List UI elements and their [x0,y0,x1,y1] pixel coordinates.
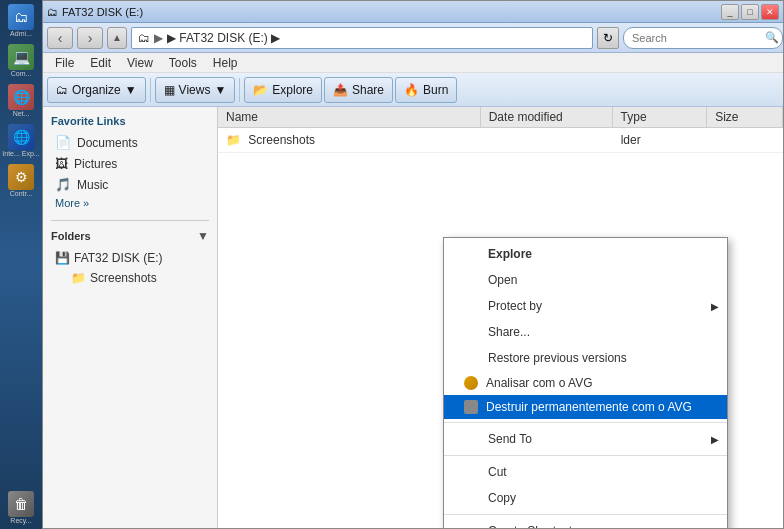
menu-tools[interactable]: Tools [161,54,205,72]
title-bar-controls: _ □ ✕ [721,4,779,20]
fav-item-pictures[interactable]: 🖼 Pictures [51,154,209,173]
col-header-type[interactable]: Type [613,107,708,127]
drive-icon: 💾 [55,251,70,265]
tree-item-screenshots[interactable]: 📁 Screenshots [67,269,209,287]
toolbar-sep-2 [239,78,240,102]
file-list-header: Name Date modified Type Size [218,107,783,128]
file-row[interactable]: 📁 Screenshots lder [218,128,783,153]
more-label: More » [55,197,89,209]
ctx-item-analisar[interactable]: Analisar com o AVG [444,371,727,395]
ctx-item-cut[interactable]: Cut [444,459,727,485]
ctx-protect-arrow: ▶ [711,301,719,312]
burn-label: Burn [423,83,448,97]
title-bar-left: 🗂 FAT32 DISK (E:) [47,6,143,18]
folders-collapse-icon[interactable]: ▼ [197,229,209,243]
taskbar-label-recycle: Recy... [2,517,40,525]
ctx-protect-icon [464,298,480,314]
refresh-button[interactable]: ↻ [597,27,619,49]
ctx-item-shortcut[interactable]: Create Shortcut [444,518,727,528]
taskbar-icon-com[interactable]: 💻 Com... [2,42,40,80]
ctx-item-restore[interactable]: Restore previous versions [444,345,727,371]
ctx-item-copy[interactable]: Copy [444,485,727,511]
menu-file[interactable]: File [47,54,82,72]
right-panel: Name Date modified Type Size 📁 Screensho… [218,107,783,528]
share-icon: 📤 [333,83,348,97]
ctx-shortcut-icon [464,523,480,528]
ctx-avg2-icon [464,400,478,414]
ctx-sep-3 [444,514,727,515]
explorer-window: 🗂 FAT32 DISK (E:) _ □ ✕ ‹ › ▲ 🗂 ▶ ▶ FAT3… [42,0,784,529]
up-button[interactable]: ▲ [107,27,127,49]
taskbar-icon-admin[interactable]: 🗂 Admi... [2,2,40,40]
ctx-send-arrow: ▶ [711,434,719,445]
share-button[interactable]: 📤 Share [324,77,393,103]
ctx-label-copy: Copy [488,491,516,505]
taskbar-label-ie: Inte... Exp... [2,150,40,158]
organize-button[interactable]: 🗂 Organize ▼ [47,77,146,103]
taskbar-icon-ie[interactable]: 🌐 Inte... Exp... [2,122,40,160]
file-size [707,138,783,142]
menu-edit[interactable]: Edit [82,54,119,72]
menu-view[interactable]: View [119,54,161,72]
fav-label-music: Music [77,178,108,192]
menu-bar: File Edit View Tools Help [43,53,783,73]
taskbar-label-control: Contr... [2,190,40,198]
taskbar-icon-control[interactable]: ⚙ Contr... [2,162,40,200]
breadcrumb-path: ▶ FAT32 DISK (E:) ▶ [167,31,280,45]
ctx-label-send-to: Send To [488,432,532,446]
maximize-button[interactable]: □ [741,4,759,20]
close-button[interactable]: ✕ [761,4,779,20]
menu-help[interactable]: Help [205,54,246,72]
ctx-open-icon [464,272,480,288]
burn-icon: 🔥 [404,83,419,97]
back-button[interactable]: ‹ [47,27,73,49]
views-icon: ▦ [164,83,175,97]
tree-item-fat32[interactable]: 💾 FAT32 DISK (E:) [51,249,209,267]
col-header-size[interactable]: Size [707,107,783,127]
content-area: Favorite Links 📄 Documents 🖼 Pictures 🎵 … [43,107,783,528]
ctx-label-explore: Explore [488,247,532,261]
ctx-send-icon [464,431,480,447]
fav-label-documents: Documents [77,136,138,150]
taskbar-icon-net[interactable]: 🌐 Net... [2,82,40,120]
address-breadcrumb[interactable]: 🗂 ▶ ▶ FAT32 DISK (E:) ▶ [131,27,593,49]
ctx-label-analisar: Analisar com o AVG [486,376,593,390]
address-bar: ‹ › ▲ 🗂 ▶ ▶ FAT32 DISK (E:) ▶ ↻ 🔍 [43,23,783,53]
views-button[interactable]: ▦ Views ▼ [155,77,236,103]
ctx-sep-2 [444,455,727,456]
explore-button[interactable]: 📂 Explore [244,77,322,103]
ctx-label-shortcut: Create Shortcut [488,524,572,528]
file-folder-icon: 📁 [226,133,241,147]
more-link[interactable]: More » [51,196,209,210]
ctx-item-destruir[interactable]: Destruir permanentemente com o AVG [444,395,727,419]
folder-icon-screenshots: 📁 [71,271,86,285]
ctx-item-send-to[interactable]: Send To ▶ [444,426,727,452]
ctx-label-cut: Cut [488,465,507,479]
ctx-item-share[interactable]: Share... [444,319,727,345]
tree-label-fat32: FAT32 DISK (E:) [74,251,162,265]
forward-button[interactable]: › [77,27,103,49]
fav-label-pictures: Pictures [74,157,117,171]
views-label: Views [179,83,211,97]
file-date [481,138,613,142]
toolbar: 🗂 Organize ▼ ▦ Views ▼ 📂 Explore 📤 Share… [43,73,783,107]
ctx-copy-icon [464,490,480,506]
ctx-item-explore[interactable]: Explore [444,241,727,267]
desktop: 🗂 Admi... 💻 Com... 🌐 Net... 🌐 Inte... Ex… [0,0,784,529]
fav-item-music[interactable]: 🎵 Music [51,175,209,194]
organize-icon: 🗂 [56,83,68,97]
ctx-label-restore: Restore previous versions [488,351,627,365]
ctx-item-protect[interactable]: Protect by ▶ [444,293,727,319]
taskbar-label-admin: Admi... [2,30,40,38]
burn-button[interactable]: 🔥 Burn [395,77,457,103]
title-bar: 🗂 FAT32 DISK (E:) _ □ ✕ [43,1,783,23]
col-header-name[interactable]: Name [218,107,481,127]
fav-item-documents[interactable]: 📄 Documents [51,133,209,152]
minimize-button[interactable]: _ [721,4,739,20]
col-header-date[interactable]: Date modified [481,107,613,127]
ctx-item-open[interactable]: Open [444,267,727,293]
ctx-explore-icon [464,246,480,262]
share-label: Share [352,83,384,97]
search-input[interactable] [623,27,783,49]
taskbar-icon-recycle[interactable]: 🗑 Recy... [2,489,40,527]
